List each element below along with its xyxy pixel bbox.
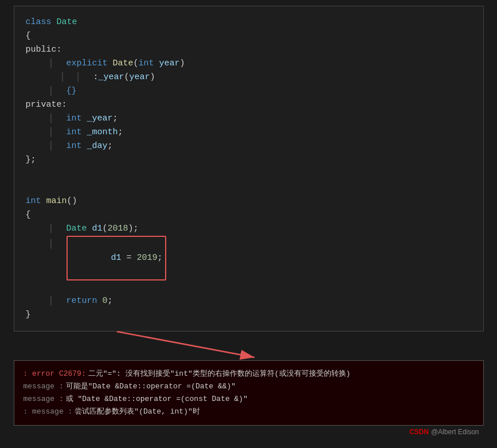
code-line: class Date: [26, 15, 472, 29]
error-line-4: : message : 尝试匹配参数列表"(Date, int)"时: [24, 406, 474, 418]
code-block: class Date { public: │ explicit Date(int…: [14, 6, 484, 332]
code-line: }: [26, 308, 472, 322]
message-label: message :: [24, 393, 64, 406]
code-line: │ int _day;: [26, 139, 472, 153]
author-label: @Albert Edison: [431, 428, 479, 436]
error-line-3: message : 或 "Date &Date::operator =(cons…: [24, 393, 474, 406]
message-label: message :: [24, 380, 64, 393]
class-name: Date: [57, 15, 77, 29]
code-line: │ {}: [26, 84, 472, 98]
error-line-1: : error C2679: 二元"=": 没有找到接受"int"类型的右操作数…: [24, 368, 474, 380]
error-line-2: message : 可能是"Date &Date::operator =(Dat…: [24, 380, 474, 393]
keyword-class: class: [26, 15, 57, 29]
code-line-blank: [26, 181, 472, 194]
code-line: │ Date d1(2018);: [26, 222, 472, 236]
error-label: : error C2679:: [24, 368, 86, 380]
brand-label: CSDN: [409, 428, 429, 436]
error-block: : error C2679: 二元"=": 没有找到接受"int"类型的右操作数…: [14, 360, 484, 426]
code-line: {: [26, 29, 472, 43]
code-line: };: [26, 153, 472, 167]
code-line: │ return 0;: [26, 294, 472, 308]
code-line-blank: [26, 167, 472, 181]
arrow-container: [14, 332, 484, 360]
code-line: {: [26, 208, 472, 222]
error-message: 二元"=": 没有找到接受"int"类型的右操作数的运算符(或没有可接受的转换): [88, 368, 351, 380]
svg-line-1: [117, 332, 255, 357]
message-text: 或 "Date &Date::operator =(const Date &)": [66, 393, 248, 406]
main-container: class Date { public: │ explicit Date(int…: [14, 6, 484, 438]
message-text: 尝试匹配参数列表"(Date, int)"时: [75, 406, 199, 418]
message-text: 可能是"Date &Date::operator =(Date &&)": [66, 380, 236, 393]
code-line: │ explicit Date(int year): [26, 57, 472, 71]
code-line-blank: [26, 281, 472, 294]
message-label: : message :: [24, 406, 73, 418]
code-line: private:: [26, 98, 472, 112]
code-line: │ int _year;: [26, 112, 472, 126]
highlighted-statement: d1 = 2019;: [66, 236, 166, 281]
code-line: public:: [26, 43, 472, 57]
code-line-highlighted: │ d1 = 2019;: [26, 236, 472, 281]
code-line: │ int _month;: [26, 126, 472, 139]
arrow-svg: [14, 332, 484, 360]
footer: CSDN @Albert Edison: [14, 426, 484, 438]
code-line: int main(): [26, 194, 472, 208]
code-line: │ │ :_year(year): [26, 71, 472, 84]
